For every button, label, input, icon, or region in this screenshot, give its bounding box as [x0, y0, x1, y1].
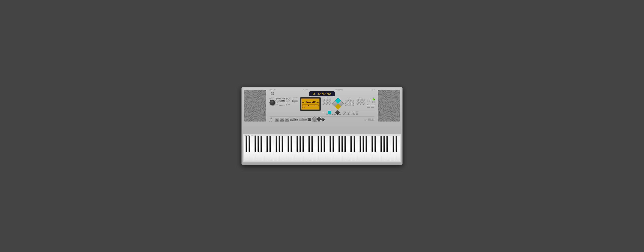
- portable-grand-button[interactable]: [328, 111, 331, 114]
- function-button[interactable]: [368, 100, 370, 102]
- style-btn-6[interactable]: [362, 102, 365, 105]
- black-key-30[interactable]: [371, 136, 373, 152]
- black-key-22[interactable]: [338, 136, 340, 152]
- black-key-24[interactable]: [344, 136, 346, 152]
- ab-repeat-button[interactable]: A-B REPEAT: [290, 118, 294, 121]
- model-name-area: PSR E323: [364, 118, 374, 121]
- white-key-20[interactable]: [304, 136, 307, 161]
- white-key-51[interactable]: [397, 136, 400, 161]
- black-key-31[interactable]: [374, 136, 376, 152]
- no-button[interactable]: [367, 105, 370, 108]
- style-btn-4[interactable]: [356, 102, 359, 105]
- song-btn-4[interactable]: [322, 102, 325, 105]
- sync-start-button[interactable]: [312, 116, 317, 122]
- black-key-16[interactable]: [312, 136, 313, 152]
- white-key-44[interactable]: [376, 136, 379, 161]
- voice-btn-4[interactable]: [345, 103, 348, 106]
- black-key-20[interactable]: [330, 136, 331, 152]
- black-key-21[interactable]: [332, 136, 334, 152]
- black-key-15[interactable]: [308, 136, 310, 152]
- black-key-17[interactable]: [318, 136, 319, 152]
- song-btn-6[interactable]: [328, 102, 331, 105]
- dual-button[interactable]: [343, 111, 346, 114]
- black-key-33[interactable]: [384, 136, 385, 152]
- black-key-27[interactable]: [360, 136, 361, 152]
- lesson-left-diamond[interactable]: [275, 98, 280, 103]
- intro-ending-button[interactable]: INTRO/ ENDING/rit.: [280, 118, 284, 121]
- black-key-32[interactable]: [380, 136, 382, 152]
- tempo-up-button[interactable]: +: [295, 100, 298, 102]
- black-key-1[interactable]: [248, 136, 250, 152]
- style-btn-3[interactable]: [362, 99, 365, 101]
- lesson-right-diamond[interactable]: [285, 98, 290, 103]
- white-key-16[interactable]: [292, 136, 295, 161]
- black-key-11[interactable]: [290, 136, 292, 152]
- black-key-29[interactable]: [366, 136, 367, 152]
- black-key-8[interactable]: [278, 136, 280, 152]
- voice-btn-5[interactable]: [348, 103, 351, 106]
- voice-btn-1[interactable]: [345, 100, 348, 103]
- brand-name: YAMAHA: [318, 92, 332, 95]
- black-key-19[interactable]: [324, 136, 325, 152]
- yes-button[interactable]: [371, 105, 374, 108]
- black-key-13[interactable]: [300, 136, 302, 152]
- black-key-5[interactable]: [266, 136, 268, 152]
- ff-button[interactable]: FF: [299, 118, 302, 121]
- white-key-37[interactable]: [355, 136, 358, 161]
- start-stop-button[interactable]: START/STOP: [308, 118, 311, 121]
- chord-type-label: CHORD TYPE ♩: [245, 135, 250, 136]
- black-key-25[interactable]: [350, 136, 352, 152]
- white-key-27[interactable]: [325, 136, 328, 161]
- black-key-26[interactable]: [354, 136, 355, 152]
- control-area: STANDBY/ON DC IN 12V PHONES/OUTPUT SUSTA…: [270, 89, 374, 134]
- black-key-0[interactable]: [246, 136, 247, 152]
- white-key-48[interactable]: [388, 136, 391, 161]
- black-key-10[interactable]: [288, 136, 289, 152]
- harmony-button[interactable]: [347, 111, 350, 114]
- white-key-30[interactable]: [334, 136, 337, 161]
- music-db-button[interactable]: [335, 110, 340, 115]
- master-volume-label: MASTER VOLUME: [270, 97, 275, 99]
- black-key-23[interactable]: [342, 136, 344, 152]
- rew-button[interactable]: REW: [294, 118, 298, 121]
- style-btn-1[interactable]: [356, 99, 359, 101]
- black-key-4[interactable]: [260, 136, 262, 152]
- clear-button[interactable]: [321, 117, 325, 121]
- black-key-28[interactable]: [362, 136, 364, 152]
- white-key-34[interactable]: [346, 136, 349, 161]
- master-volume-knob[interactable]: [270, 100, 275, 105]
- black-key-34[interactable]: [386, 136, 388, 152]
- white-key-41[interactable]: [367, 136, 370, 161]
- white-key-6[interactable]: [262, 136, 265, 161]
- phrase-repeat-label: PHRASE REPEAT: [276, 105, 290, 106]
- white-key-9[interactable]: [271, 136, 274, 161]
- black-key-35[interactable]: [392, 136, 394, 152]
- acmp-button[interactable]: ACMP ON/OFF: [275, 118, 279, 121]
- black-key-2[interactable]: [254, 136, 256, 152]
- voice-btn-6[interactable]: [351, 103, 354, 106]
- tempo-down-button[interactable]: -: [292, 100, 295, 102]
- white-key-13[interactable]: [283, 136, 286, 161]
- song-btn-3[interactable]: [328, 99, 331, 101]
- main-auto-fill-button[interactable]: MAIN/ AUTO FILL: [285, 118, 289, 121]
- demo-button[interactable]: [372, 100, 375, 103]
- voice-btn-3[interactable]: [351, 100, 354, 103]
- voice-btn-2[interactable]: [348, 100, 351, 103]
- black-key-3[interactable]: [258, 136, 260, 152]
- song-btn-1[interactable]: [322, 99, 325, 101]
- black-key-12[interactable]: [296, 136, 298, 152]
- white-key-23[interactable]: [313, 136, 316, 161]
- style-btn-2[interactable]: [359, 99, 362, 101]
- white-key-2[interactable]: [250, 136, 253, 161]
- black-key-9[interactable]: [282, 136, 283, 152]
- black-key-18[interactable]: [320, 136, 322, 152]
- black-key-7[interactable]: [276, 136, 277, 152]
- black-key-36[interactable]: [396, 136, 397, 152]
- black-key-14[interactable]: [302, 136, 304, 152]
- touch-button[interactable]: [356, 111, 358, 114]
- black-key-6[interactable]: [270, 136, 271, 152]
- style-btn-5[interactable]: [359, 102, 362, 105]
- song-btn-5[interactable]: [325, 102, 328, 105]
- song-btn-2[interactable]: [325, 99, 328, 101]
- reverb-button[interactable]: [352, 111, 354, 114]
